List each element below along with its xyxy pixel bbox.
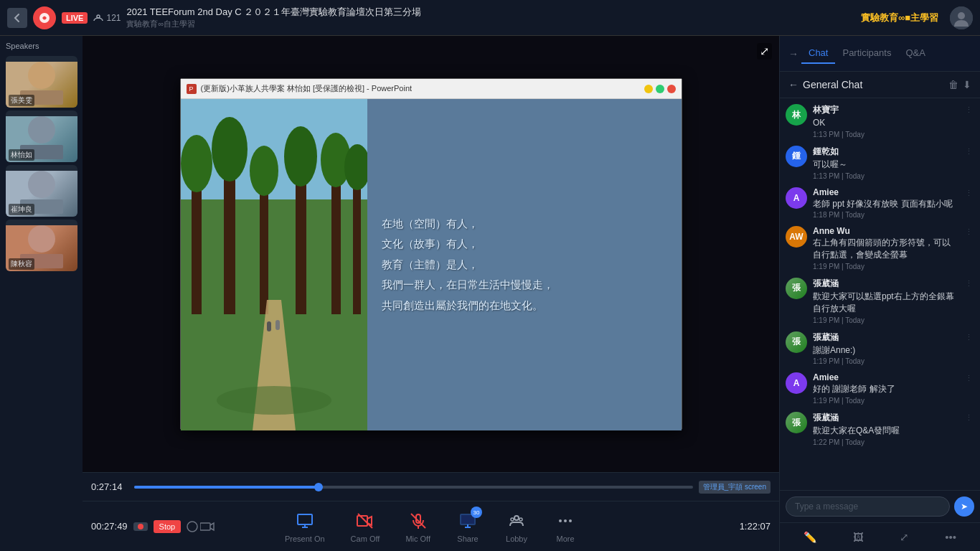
stop-recording-button[interactable]: Stop — [154, 520, 182, 533]
message-time: 1:19 PM | Today — [813, 263, 958, 270]
brand-logo: 實驗教育∞■主學習 — [861, 11, 938, 24]
ppt-window-title: (更新版)小革族人共學案 林怡如 [受保護的檢視] - PowerPoint — [201, 83, 644, 94]
chat-back-icon[interactable]: ← — [788, 79, 798, 90]
svg-rect-23 — [200, 523, 210, 530]
mic-off-icon — [407, 509, 430, 532]
message-sender: 林寶宇 — [813, 104, 958, 116]
chat-input-area: ➤ — [780, 490, 980, 522]
ppt-icon: P — [187, 84, 197, 94]
message-time: 1:18 PM | Today — [813, 211, 958, 219]
message-content: 林寶宇 OK 1:13 PM | Today — [813, 104, 958, 138]
mic-off-button[interactable]: Mic Off — [401, 505, 435, 547]
right-panel-header: → Chat Participants Q&A — [780, 36, 980, 72]
message-delete-icon[interactable]: ⋮ — [963, 412, 974, 424]
ellipsis-icon[interactable]: ••• — [942, 528, 959, 546]
message-delete-icon[interactable]: ⋮ — [963, 372, 974, 385]
svg-point-31 — [514, 516, 519, 520]
chat-panel: ← General Chat 🗑 ⬇ 林 林寶宇 OK 1:13 PM | To… — [780, 72, 980, 551]
slide-line-5: 共同創造出屬於我們的在地文化。 — [382, 296, 667, 316]
message-avatar: 張 — [786, 278, 807, 299]
progress-bar[interactable] — [134, 486, 693, 489]
screen-share-badge: 管理員_宇頡 screen — [699, 481, 771, 494]
message-sender: 鍾乾如 — [813, 146, 958, 158]
trash-icon[interactable]: 🗑 — [948, 79, 958, 90]
speaker-name-3: 崔坤良 — [9, 204, 34, 215]
stream-subtitle: 實驗教育∞自主學習 — [126, 19, 421, 29]
user-avatar-top[interactable] — [950, 6, 973, 29]
download-icon[interactable]: ⬇ — [963, 79, 971, 90]
message-content: Anne Wu 右上角有四個箭頭的方形符號，可以自行點選，會變成全螢幕 1:19… — [813, 226, 958, 270]
share-label: Share — [457, 534, 478, 543]
share-button[interactable]: 30 Share — [452, 505, 484, 547]
lobby-icon — [505, 509, 528, 532]
expand-button[interactable]: ⤢ — [757, 43, 772, 60]
panel-tabs: Chat Participants Q&A — [801, 43, 933, 64]
message-delete-icon[interactable]: ⋮ — [963, 278, 974, 290]
message-avatar: 張 — [786, 331, 807, 353]
speaker-card-2: 林怡如 — [6, 110, 77, 162]
send-button[interactable]: ➤ — [954, 496, 974, 517]
speaker-card-1: 張美雯 — [6, 56, 77, 108]
chat-message: AW Anne Wu 右上角有四個箭頭的方形符號，可以自行點選，會變成全螢幕 1… — [786, 226, 974, 270]
svg-rect-21 — [275, 320, 280, 330]
svg-rect-20 — [267, 321, 271, 331]
message-content: 張葳涵 歡迎大家可以點選ppt右上方的全銀幕自行放大喔 1:19 PM | To… — [813, 278, 958, 324]
more-label: More — [556, 534, 574, 543]
chat-title: General Chat — [803, 79, 944, 90]
svg-point-35 — [564, 519, 567, 522]
message-delete-icon[interactable]: ⋮ — [963, 226, 974, 238]
svg-rect-10 — [331, 167, 341, 314]
nav-forward-btn[interactable]: → — [786, 45, 801, 62]
ppt-slide-content: 在地（空間）有人， 文化（故事）有人， 教育（主體）是人， 我們一群人，在日常生… — [181, 99, 682, 430]
ppt-maximize-btn[interactable] — [656, 85, 664, 93]
ppt-close-btn[interactable] — [667, 85, 676, 93]
cam-off-button[interactable]: Cam Off — [347, 505, 385, 547]
message-avatar: 張 — [786, 412, 807, 433]
back-button[interactable] — [7, 8, 27, 28]
message-content: Amiee 好的 謝謝老師 解決了 1:19 PM | Today — [813, 372, 958, 405]
tab-chat[interactable]: Chat — [801, 43, 835, 64]
message-delete-icon[interactable]: ⋮ — [963, 146, 974, 158]
lobby-label: Lobby — [506, 534, 527, 543]
app-logo — [33, 6, 56, 29]
svg-point-1 — [97, 15, 100, 18]
toolbar: 00:27:49 Stop Present On — [83, 501, 779, 551]
message-delete-icon[interactable]: ⋮ — [963, 187, 974, 199]
present-label: Present On — [285, 534, 325, 543]
pencil-icon[interactable]: ✏️ — [801, 528, 820, 547]
message-avatar: AW — [786, 226, 807, 248]
svg-point-14 — [250, 146, 278, 196]
present-on-button[interactable]: Present On — [281, 505, 329, 547]
lobby-button[interactable]: Lobby — [501, 505, 532, 547]
speaker-name-4: 陳秋容 — [9, 258, 34, 270]
slide-line-2: 文化（故事）有人， — [382, 234, 667, 255]
image-icon[interactable]: 🖼 — [850, 528, 867, 546]
cam-off-icon — [354, 509, 377, 532]
chat-message: A Amiee 好的 謝謝老師 解決了 1:19 PM | Today ⋮ — [786, 372, 974, 405]
message-avatar: A — [786, 372, 807, 394]
powerpoint-window: P (更新版)小革族人共學案 林怡如 [受保護的檢視] - PowerPoint — [180, 78, 682, 430]
svg-point-32 — [511, 518, 514, 521]
more-button[interactable]: More — [550, 505, 581, 547]
svg-point-3 — [958, 12, 965, 19]
svg-rect-24 — [298, 514, 312, 524]
chat-message: 張 張葳涵 歡迎大家在Q&A發問喔 1:22 PM | Today ⋮ — [786, 412, 974, 446]
top-bar: LIVE 121 2021 TEEForum 2nd Day C ２０２１年臺灣… — [0, 0, 980, 36]
message-content: 張葳涵 歡迎大家在Q&A發問喔 1:22 PM | Today — [813, 412, 958, 446]
slide-line-3: 教育（主體）是人， — [382, 255, 667, 276]
message-text: 歡迎大家在Q&A發問喔 — [813, 425, 958, 437]
tab-participants[interactable]: Participants — [835, 43, 898, 64]
svg-rect-8 — [260, 178, 268, 314]
ppt-minimize-btn[interactable] — [644, 85, 653, 93]
viewer-count: 121 — [93, 13, 121, 23]
chat-message-input[interactable] — [786, 496, 950, 517]
message-delete-icon[interactable]: ⋮ — [963, 331, 974, 344]
chat-messages-list: 林 林寶宇 OK 1:13 PM | Today ⋮ 鍾 鍾乾如 可以喔～ 1:… — [780, 98, 980, 490]
message-avatar: A — [786, 187, 807, 209]
message-text: 右上角有四個箭頭的方形符號，可以自行點選，會變成全螢幕 — [813, 237, 958, 261]
stream-title: 2021 TEEForum 2nd Day C ２０２１年臺灣實驗教育論壇次日第… — [126, 6, 421, 19]
resize-icon[interactable]: ⤢ — [897, 528, 912, 547]
tab-qa[interactable]: Q&A — [898, 43, 932, 64]
message-delete-icon[interactable]: ⋮ — [963, 104, 974, 116]
speaker-card-4: 陳秋容 — [6, 220, 77, 271]
